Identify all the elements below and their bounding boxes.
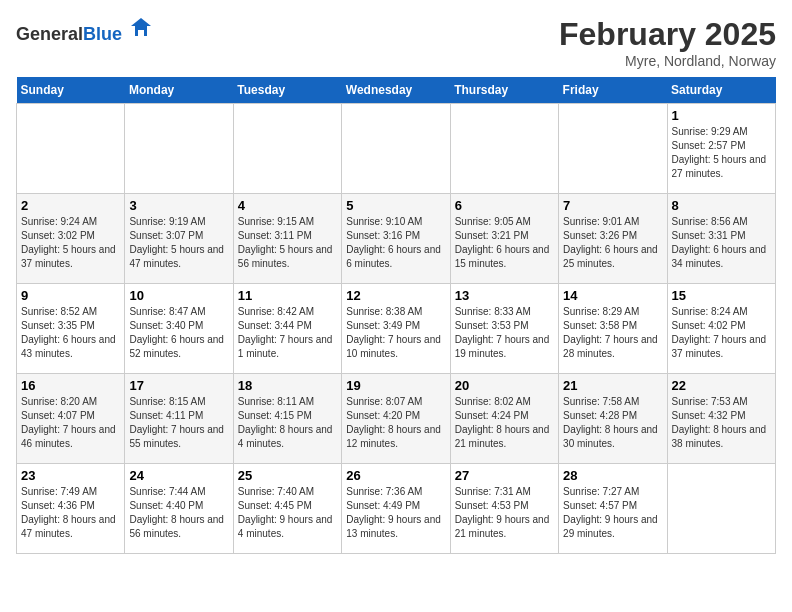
day-number: 8 — [672, 198, 771, 213]
day-number: 24 — [129, 468, 228, 483]
day-number: 18 — [238, 378, 337, 393]
day-number: 2 — [21, 198, 120, 213]
day-cell: 27Sunrise: 7:31 AM Sunset: 4:53 PM Dayli… — [450, 464, 558, 554]
calendar-header: SundayMondayTuesdayWednesdayThursdayFrid… — [17, 77, 776, 104]
day-cell: 6Sunrise: 9:05 AM Sunset: 3:21 PM Daylig… — [450, 194, 558, 284]
day-detail: Sunrise: 8:42 AM Sunset: 3:44 PM Dayligh… — [238, 305, 337, 361]
day-cell: 19Sunrise: 8:07 AM Sunset: 4:20 PM Dayli… — [342, 374, 450, 464]
day-number: 19 — [346, 378, 445, 393]
day-detail: Sunrise: 8:02 AM Sunset: 4:24 PM Dayligh… — [455, 395, 554, 451]
day-number: 11 — [238, 288, 337, 303]
day-detail: Sunrise: 8:24 AM Sunset: 4:02 PM Dayligh… — [672, 305, 771, 361]
main-title: February 2025 — [559, 16, 776, 53]
day-detail: Sunrise: 9:24 AM Sunset: 3:02 PM Dayligh… — [21, 215, 120, 271]
day-detail: Sunrise: 8:20 AM Sunset: 4:07 PM Dayligh… — [21, 395, 120, 451]
day-cell — [233, 104, 341, 194]
day-cell: 18Sunrise: 8:11 AM Sunset: 4:15 PM Dayli… — [233, 374, 341, 464]
day-number: 23 — [21, 468, 120, 483]
day-cell — [125, 104, 233, 194]
weekday-tuesday: Tuesday — [233, 77, 341, 104]
day-detail: Sunrise: 9:10 AM Sunset: 3:16 PM Dayligh… — [346, 215, 445, 271]
day-detail: Sunrise: 8:07 AM Sunset: 4:20 PM Dayligh… — [346, 395, 445, 451]
logo-blue: Blue — [83, 24, 122, 44]
day-cell: 3Sunrise: 9:19 AM Sunset: 3:07 PM Daylig… — [125, 194, 233, 284]
weekday-friday: Friday — [559, 77, 667, 104]
day-number: 4 — [238, 198, 337, 213]
day-detail: Sunrise: 8:52 AM Sunset: 3:35 PM Dayligh… — [21, 305, 120, 361]
week-row-1: 2Sunrise: 9:24 AM Sunset: 3:02 PM Daylig… — [17, 194, 776, 284]
day-detail: Sunrise: 9:19 AM Sunset: 3:07 PM Dayligh… — [129, 215, 228, 271]
day-detail: Sunrise: 7:40 AM Sunset: 4:45 PM Dayligh… — [238, 485, 337, 541]
logo-content: GeneralBlue — [16, 16, 153, 45]
day-cell: 22Sunrise: 7:53 AM Sunset: 4:32 PM Dayli… — [667, 374, 775, 464]
day-number: 9 — [21, 288, 120, 303]
day-cell: 24Sunrise: 7:44 AM Sunset: 4:40 PM Dayli… — [125, 464, 233, 554]
day-detail: Sunrise: 8:47 AM Sunset: 3:40 PM Dayligh… — [129, 305, 228, 361]
day-cell: 17Sunrise: 8:15 AM Sunset: 4:11 PM Dayli… — [125, 374, 233, 464]
day-cell: 5Sunrise: 9:10 AM Sunset: 3:16 PM Daylig… — [342, 194, 450, 284]
day-cell: 9Sunrise: 8:52 AM Sunset: 3:35 PM Daylig… — [17, 284, 125, 374]
day-detail: Sunrise: 7:53 AM Sunset: 4:32 PM Dayligh… — [672, 395, 771, 451]
week-row-0: 1Sunrise: 9:29 AM Sunset: 2:57 PM Daylig… — [17, 104, 776, 194]
day-detail: Sunrise: 7:49 AM Sunset: 4:36 PM Dayligh… — [21, 485, 120, 541]
weekday-header-row: SundayMondayTuesdayWednesdayThursdayFrid… — [17, 77, 776, 104]
day-detail: Sunrise: 8:29 AM Sunset: 3:58 PM Dayligh… — [563, 305, 662, 361]
day-number: 6 — [455, 198, 554, 213]
week-row-4: 23Sunrise: 7:49 AM Sunset: 4:36 PM Dayli… — [17, 464, 776, 554]
day-detail: Sunrise: 9:01 AM Sunset: 3:26 PM Dayligh… — [563, 215, 662, 271]
calendar-table: SundayMondayTuesdayWednesdayThursdayFrid… — [16, 77, 776, 554]
day-number: 20 — [455, 378, 554, 393]
day-number: 7 — [563, 198, 662, 213]
day-number: 3 — [129, 198, 228, 213]
day-detail: Sunrise: 8:11 AM Sunset: 4:15 PM Dayligh… — [238, 395, 337, 451]
weekday-wednesday: Wednesday — [342, 77, 450, 104]
day-cell: 15Sunrise: 8:24 AM Sunset: 4:02 PM Dayli… — [667, 284, 775, 374]
logo-icon — [129, 16, 153, 40]
day-cell: 14Sunrise: 8:29 AM Sunset: 3:58 PM Dayli… — [559, 284, 667, 374]
day-cell: 28Sunrise: 7:27 AM Sunset: 4:57 PM Dayli… — [559, 464, 667, 554]
weekday-sunday: Sunday — [17, 77, 125, 104]
day-detail: Sunrise: 7:27 AM Sunset: 4:57 PM Dayligh… — [563, 485, 662, 541]
day-detail: Sunrise: 7:36 AM Sunset: 4:49 PM Dayligh… — [346, 485, 445, 541]
header: GeneralBlue February 2025 Myre, Nordland… — [16, 16, 776, 69]
day-number: 27 — [455, 468, 554, 483]
day-cell: 2Sunrise: 9:24 AM Sunset: 3:02 PM Daylig… — [17, 194, 125, 284]
day-number: 28 — [563, 468, 662, 483]
logo: GeneralBlue — [16, 16, 153, 45]
day-cell: 11Sunrise: 8:42 AM Sunset: 3:44 PM Dayli… — [233, 284, 341, 374]
week-row-3: 16Sunrise: 8:20 AM Sunset: 4:07 PM Dayli… — [17, 374, 776, 464]
day-cell: 21Sunrise: 7:58 AM Sunset: 4:28 PM Dayli… — [559, 374, 667, 464]
day-cell: 25Sunrise: 7:40 AM Sunset: 4:45 PM Dayli… — [233, 464, 341, 554]
day-cell: 1Sunrise: 9:29 AM Sunset: 2:57 PM Daylig… — [667, 104, 775, 194]
day-number: 25 — [238, 468, 337, 483]
day-detail: Sunrise: 8:56 AM Sunset: 3:31 PM Dayligh… — [672, 215, 771, 271]
day-number: 21 — [563, 378, 662, 393]
subtitle: Myre, Nordland, Norway — [559, 53, 776, 69]
day-cell — [559, 104, 667, 194]
day-cell: 20Sunrise: 8:02 AM Sunset: 4:24 PM Dayli… — [450, 374, 558, 464]
day-number: 17 — [129, 378, 228, 393]
weekday-saturday: Saturday — [667, 77, 775, 104]
day-cell: 4Sunrise: 9:15 AM Sunset: 3:11 PM Daylig… — [233, 194, 341, 284]
day-number: 5 — [346, 198, 445, 213]
calendar-body: 1Sunrise: 9:29 AM Sunset: 2:57 PM Daylig… — [17, 104, 776, 554]
day-detail: Sunrise: 9:29 AM Sunset: 2:57 PM Dayligh… — [672, 125, 771, 181]
day-detail: Sunrise: 7:31 AM Sunset: 4:53 PM Dayligh… — [455, 485, 554, 541]
day-number: 26 — [346, 468, 445, 483]
week-row-2: 9Sunrise: 8:52 AM Sunset: 3:35 PM Daylig… — [17, 284, 776, 374]
day-detail: Sunrise: 9:05 AM Sunset: 3:21 PM Dayligh… — [455, 215, 554, 271]
day-number: 15 — [672, 288, 771, 303]
day-cell — [342, 104, 450, 194]
day-cell: 23Sunrise: 7:49 AM Sunset: 4:36 PM Dayli… — [17, 464, 125, 554]
day-number: 16 — [21, 378, 120, 393]
day-number: 14 — [563, 288, 662, 303]
day-cell: 13Sunrise: 8:33 AM Sunset: 3:53 PM Dayli… — [450, 284, 558, 374]
day-detail: Sunrise: 7:44 AM Sunset: 4:40 PM Dayligh… — [129, 485, 228, 541]
day-detail: Sunrise: 7:58 AM Sunset: 4:28 PM Dayligh… — [563, 395, 662, 451]
title-area: February 2025 Myre, Nordland, Norway — [559, 16, 776, 69]
day-cell: 26Sunrise: 7:36 AM Sunset: 4:49 PM Dayli… — [342, 464, 450, 554]
day-cell — [450, 104, 558, 194]
day-cell: 16Sunrise: 8:20 AM Sunset: 4:07 PM Dayli… — [17, 374, 125, 464]
day-detail: Sunrise: 8:15 AM Sunset: 4:11 PM Dayligh… — [129, 395, 228, 451]
day-cell — [667, 464, 775, 554]
